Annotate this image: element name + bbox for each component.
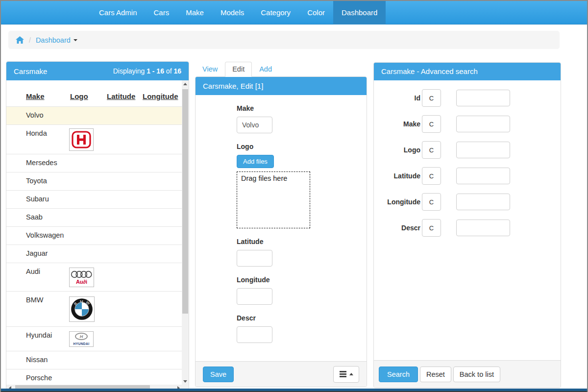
- edit-panel-title: Carsmake, Edit [1]: [196, 77, 367, 95]
- search-field-row: LatitudeC: [374, 167, 561, 185]
- search-label-make: Make: [374, 120, 420, 128]
- nav-item-color[interactable]: Color: [299, 1, 333, 24]
- honda-logo-icon: [69, 128, 94, 151]
- make-cell: BMW: [26, 296, 43, 304]
- breadcrumb-separator: /: [29, 36, 31, 44]
- file-dropzone[interactable]: Drag files here: [237, 172, 310, 228]
- search-input-make[interactable]: [456, 116, 510, 132]
- table-row[interactable]: Subaru: [6, 190, 182, 208]
- latitude-field[interactable]: [237, 250, 272, 267]
- make-cell: Toyota: [26, 177, 47, 185]
- tab-add[interactable]: Add: [252, 62, 279, 76]
- nav-menu: Cars AdminCarsMakeModelsCategoryColorDas…: [1, 1, 587, 24]
- add-files-button[interactable]: Add files: [237, 155, 274, 168]
- breadcrumb-dashboard-link[interactable]: Dashboard: [36, 36, 77, 44]
- make-cell: Jaguar: [26, 249, 48, 257]
- list-panel-header: Carsmake Displaying 1 - 16 of 16: [6, 62, 189, 80]
- nav-item-cars[interactable]: Cars: [146, 1, 178, 24]
- longitude-label: Longitude: [237, 276, 359, 284]
- search-button[interactable]: Search: [379, 367, 418, 382]
- editor-tabs: ViewEditAdd: [195, 61, 279, 76]
- search-label-descr: Descr: [374, 224, 420, 232]
- carsmake-table: MakeLogoLatitudeLongitudeDescr VolvoHond…: [6, 80, 182, 385]
- condition-button-id[interactable]: C: [422, 89, 441, 107]
- scroll-down-button[interactable]: [182, 378, 189, 385]
- table-row[interactable]: Saab: [6, 208, 182, 226]
- save-button[interactable]: Save: [203, 367, 234, 382]
- edit-panel: Carsmake, Edit [1] Make Logo Add files D…: [195, 76, 367, 387]
- make-cell: Hyundai: [26, 331, 52, 339]
- search-field-row: LongitudeC: [374, 193, 561, 211]
- search-label-logo: Logo: [374, 146, 420, 154]
- condition-button-longitude[interactable]: C: [422, 193, 441, 211]
- table-row[interactable]: Toyota: [6, 172, 182, 190]
- tab-view[interactable]: View: [195, 62, 225, 76]
- sort-column-longitude[interactable]: Longitude: [143, 92, 178, 100]
- search-input-descr[interactable]: [456, 220, 510, 236]
- audi-logo-icon: Au∂i: [69, 268, 94, 287]
- table-row[interactable]: Nissan: [6, 351, 182, 369]
- search-field-row: LogoC: [374, 141, 561, 159]
- search-input-logo[interactable]: [456, 142, 510, 158]
- svg-text:Au∂i: Au∂i: [76, 279, 87, 285]
- make-cell: Volvo: [26, 111, 43, 119]
- table-row[interactable]: Volvo: [6, 106, 182, 124]
- make-cell: Subaru: [26, 195, 49, 203]
- vertical-scrollbar[interactable]: [182, 80, 189, 385]
- displaying-range: 1 - 16: [147, 67, 164, 75]
- sort-column-make[interactable]: Make: [26, 92, 45, 100]
- make-cell: Nissan: [26, 356, 48, 364]
- table-row[interactable]: BMWBMW: [6, 291, 182, 326]
- table-row[interactable]: Porsche: [6, 369, 182, 385]
- svg-text:HYUNDAI: HYUNDAI: [74, 342, 90, 345]
- nav-item-category[interactable]: Category: [252, 1, 299, 24]
- search-input-id[interactable]: [456, 90, 510, 106]
- search-field-row: MakeC: [374, 115, 561, 133]
- search-label-id: Id: [374, 94, 420, 102]
- make-label: Make: [237, 104, 359, 112]
- vertical-scrollbar-thumb[interactable]: [182, 89, 188, 314]
- nav-item-make[interactable]: Make: [177, 1, 212, 24]
- make-cell: Mersedes: [26, 159, 57, 167]
- table-row[interactable]: AudiAu∂i: [6, 263, 182, 291]
- condition-button-descr[interactable]: C: [422, 219, 441, 237]
- bottom-edge: [1, 389, 587, 392]
- make-field[interactable]: [237, 117, 272, 133]
- search-input-longitude[interactable]: [456, 194, 510, 210]
- sort-column-logo[interactable]: Logo: [70, 92, 88, 100]
- edit-panel-footer: Save: [196, 361, 367, 387]
- nav-item-cars-admin[interactable]: Cars Admin: [91, 1, 146, 24]
- table-row[interactable]: Jaguar: [6, 245, 182, 263]
- advanced-search-footer: Search Reset Back to list: [374, 360, 561, 388]
- back-to-list-button[interactable]: Back to list: [453, 367, 500, 382]
- home-icon[interactable]: [16, 36, 24, 44]
- condition-button-make[interactable]: C: [422, 115, 441, 133]
- breadcrumb: / Dashboard: [8, 31, 560, 49]
- arrow-down-icon: [183, 380, 187, 383]
- make-cell: Saab: [26, 213, 43, 221]
- table-row[interactable]: Honda: [6, 124, 182, 154]
- list-panel-body: MakeLogoLatitudeLongitudeDescr VolvoHond…: [6, 80, 189, 392]
- advanced-search-form: IdCMakeCLogoCLatitudeCLongitudeCDescrC: [374, 80, 561, 360]
- chevron-down-icon: [74, 39, 77, 41]
- nav-item-dashboard[interactable]: Dashboard: [333, 1, 386, 24]
- carsmake-list-panel: Carsmake Displaying 1 - 16 of 16 MakeLog…: [6, 61, 189, 392]
- make-cell: Audi: [26, 268, 40, 275]
- latitude-label: Latitude: [237, 238, 359, 245]
- condition-button-logo[interactable]: C: [422, 141, 441, 159]
- actions-dropup-button[interactable]: [333, 366, 359, 383]
- descr-field[interactable]: [237, 326, 272, 343]
- sort-column-latitude[interactable]: Latitude: [107, 92, 135, 100]
- table-row[interactable]: Mersedes: [6, 154, 182, 172]
- nav-item-models[interactable]: Models: [212, 1, 252, 24]
- reset-button[interactable]: Reset: [420, 367, 451, 382]
- longitude-field[interactable]: [237, 288, 272, 305]
- search-input-latitude[interactable]: [456, 168, 510, 184]
- make-cell: Honda: [26, 129, 47, 137]
- scroll-up-button[interactable]: [182, 80, 189, 87]
- app-window: Cars AdminCarsMakeModelsCategoryColorDas…: [0, 0, 588, 392]
- condition-button-latitude[interactable]: C: [422, 167, 441, 185]
- table-row[interactable]: Volkswagen: [6, 226, 182, 245]
- tab-edit[interactable]: Edit: [225, 62, 252, 77]
- table-row[interactable]: HyundaiHHYUNDAI: [6, 326, 182, 351]
